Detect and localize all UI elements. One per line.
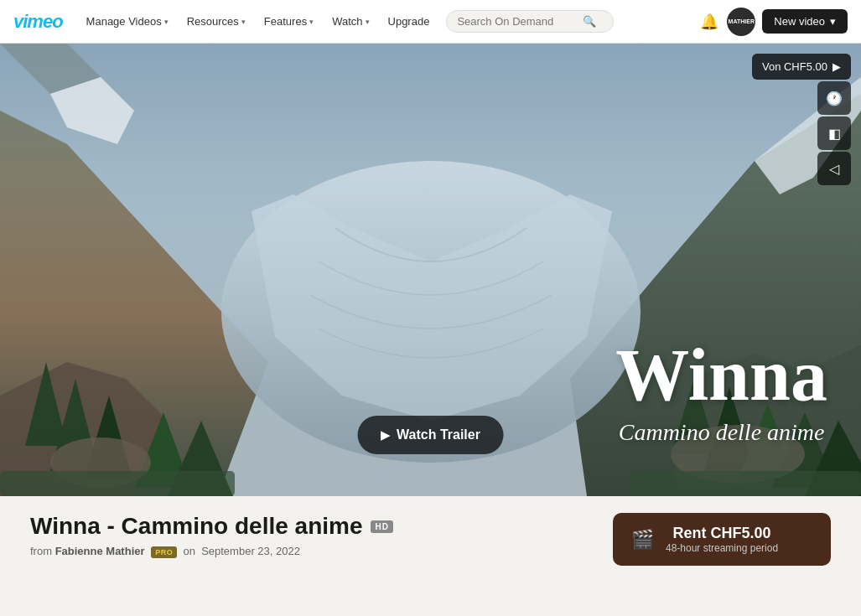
notification-bell[interactable]: 🔔 [700, 13, 718, 31]
clock-button[interactable]: 🕐 [817, 81, 851, 115]
author-link[interactable]: Fabienne Mathier [55, 545, 148, 557]
nav-upgrade[interactable]: Upgrade [380, 10, 438, 33]
chevron-down-icon: ▾ [164, 18, 169, 26]
nav-manage-videos[interactable]: Manage Videos ▾ [78, 10, 177, 33]
layers-icon: ◧ [828, 126, 841, 142]
nav-links: Manage Videos ▾ Resources ▾ Features ▾ W… [78, 10, 438, 33]
chevron-down-icon: ▾ [241, 18, 246, 26]
ticket-icon: 🎬 [631, 529, 654, 551]
clock-icon: 🕐 [826, 91, 843, 106]
video-subtitle: Cammino delle anime [615, 419, 827, 446]
chevron-down-icon: ▾ [309, 18, 314, 26]
share-button[interactable]: ◁ [817, 152, 851, 185]
rent-price: Rent CHF5.00 [666, 525, 778, 542]
chevron-down-icon: ▾ [830, 15, 836, 28]
rent-button[interactable]: 🎬 Rent CHF5.00 48-hour streaming period [613, 513, 831, 566]
new-video-button[interactable]: New video ▾ [762, 9, 848, 34]
watch-trailer-button[interactable]: ▶ Watch Trailer [357, 416, 504, 454]
info-left: Winna - Cammino delle anime HD from Fabi… [30, 513, 393, 557]
hd-badge: HD [371, 520, 392, 533]
nav-features[interactable]: Features ▾ [256, 10, 322, 33]
search-icon: 🔍 [583, 15, 596, 28]
nav-watch[interactable]: Watch ▾ [324, 10, 377, 33]
price-button[interactable]: Von CHF5.00 ▶ [752, 54, 851, 80]
layers-button[interactable]: ◧ [817, 116, 851, 150]
info-title: Winna - Cammino delle anime HD [30, 513, 393, 540]
avatar[interactable]: MATHIER [727, 8, 755, 36]
side-actions: Von CHF5.00 ▶ 🕐 ◧ ◁ [752, 54, 851, 185]
rent-period: 48-hour streaming period [666, 542, 778, 554]
search-input[interactable] [457, 15, 583, 28]
video-main-title: Winna [615, 339, 827, 412]
video-hero: Von CHF5.00 ▶ 🕐 ◧ ◁ Winna Cammino delle … [0, 44, 861, 496]
navbar: vimeo Manage Videos ▾ Resources ▾ Featur… [0, 0, 861, 44]
play-circle-icon: ▶ [832, 60, 841, 73]
info-bar: Winna - Cammino delle anime HD from Fabi… [0, 496, 861, 579]
vimeo-logo[interactable]: vimeo [13, 11, 63, 33]
pro-badge: PRO [151, 546, 177, 558]
chevron-down-icon: ▾ [366, 18, 370, 26]
share-icon: ◁ [829, 161, 839, 177]
search-bar[interactable]: 🔍 [446, 10, 614, 33]
play-icon: ▶ [381, 428, 390, 442]
info-meta: from Fabienne Mathier PRO on September 2… [30, 545, 393, 557]
video-title-area: Winna Cammino delle anime [615, 339, 827, 446]
nav-resources[interactable]: Resources ▾ [179, 10, 254, 33]
